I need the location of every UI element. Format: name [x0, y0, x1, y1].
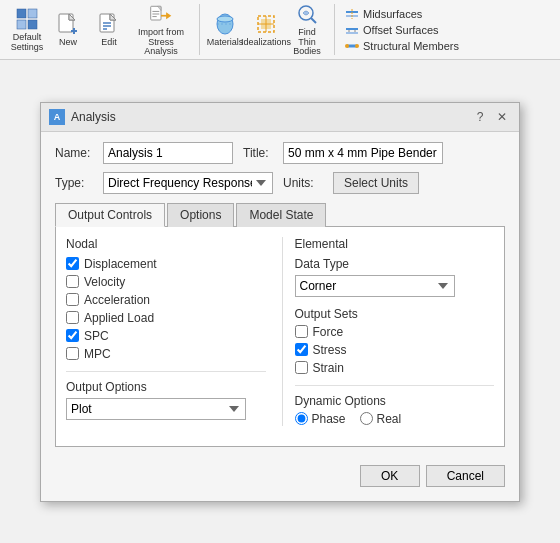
stress-checkbox[interactable] — [295, 343, 308, 356]
find-thin-bodies-icon — [295, 2, 319, 26]
spc-label[interactable]: SPC — [84, 329, 109, 343]
phase-radio-item: Phase — [295, 412, 346, 426]
dialog-close-button[interactable]: ✕ — [493, 108, 511, 126]
offset-surfaces-item[interactable]: Offset Surfaces — [345, 23, 459, 37]
midsurfaces-item[interactable]: Midsurfaces — [345, 7, 459, 21]
edit-button[interactable]: Edit — [90, 6, 128, 54]
toolbar-right: Midsurfaces Offset Surfaces Structural M… — [341, 7, 459, 53]
units-form-label: Units: — [283, 176, 323, 190]
name-input[interactable] — [103, 142, 233, 164]
strain-label[interactable]: Strain — [313, 361, 344, 375]
find-thin-bodies-button[interactable]: Find ThinBodies — [288, 6, 326, 54]
type-dropdown[interactable]: Direct Frequency Response — [103, 172, 273, 194]
nodal-title: Nodal — [66, 237, 266, 251]
nodal-section: Nodal Displacement Velocity Acceleration — [66, 237, 266, 426]
dialog-footer: OK Cancel — [41, 457, 519, 497]
displacement-label[interactable]: Displacement — [84, 257, 157, 271]
tab-content-output-controls: Nodal Displacement Velocity Acceleration — [55, 227, 505, 447]
real-radio-item: Real — [360, 412, 402, 426]
tab-columns: Nodal Displacement Velocity Acceleration — [66, 237, 494, 426]
import-stress-label: Import fromStress Analysis — [134, 28, 188, 58]
real-radio[interactable] — [360, 412, 373, 425]
data-type-label: Data Type — [295, 257, 495, 271]
dialog-help-button[interactable]: ? — [471, 108, 489, 126]
find-thin-bodies-label: Find ThinBodies — [291, 28, 323, 58]
svg-point-37 — [345, 44, 349, 48]
title-form-label: Title: — [243, 146, 273, 160]
analysis-dialog: A Analysis ? ✕ Name: Title: Type: Direct… — [40, 102, 520, 502]
acceleration-checkbox[interactable] — [66, 293, 79, 306]
acceleration-label[interactable]: Acceleration — [84, 293, 150, 307]
tab-output-controls[interactable]: Output Controls — [55, 203, 165, 227]
materials-icon — [213, 12, 237, 36]
edit-label: Edit — [101, 38, 117, 48]
svg-rect-2 — [17, 20, 26, 29]
svg-rect-1 — [28, 9, 37, 18]
displacement-row: Displacement — [66, 257, 266, 271]
stress-row: Stress — [295, 343, 495, 357]
velocity-label[interactable]: Velocity — [84, 275, 125, 289]
phase-radio[interactable] — [295, 412, 308, 425]
dynamic-options-section: Dynamic Options Phase Real — [295, 385, 495, 426]
type-form-label: Type: — [55, 176, 93, 190]
ok-button[interactable]: OK — [360, 465, 420, 487]
dialog-title-text: Analysis — [71, 110, 116, 124]
svg-rect-33 — [346, 32, 358, 34]
new-button[interactable]: New — [49, 6, 87, 54]
data-type-dropdown[interactable]: Corner Centroid — [295, 275, 455, 297]
tab-options[interactable]: Options — [167, 203, 234, 227]
idealizations-icon — [254, 12, 278, 36]
type-units-row: Type: Direct Frequency Response Units: S… — [55, 172, 505, 194]
structural-members-label: Structural Members — [363, 40, 459, 52]
dialog-title-icon: A — [49, 109, 65, 125]
mpc-checkbox[interactable] — [66, 347, 79, 360]
title-input[interactable] — [283, 142, 443, 164]
applied-load-label[interactable]: Applied Load — [84, 311, 154, 325]
strain-checkbox[interactable] — [295, 361, 308, 374]
import-stress-icon — [149, 2, 173, 26]
svg-point-38 — [355, 44, 359, 48]
force-checkbox[interactable] — [295, 325, 308, 338]
force-label[interactable]: Force — [313, 325, 344, 339]
svg-rect-3 — [28, 20, 37, 29]
output-options-label: Output Options — [66, 380, 266, 394]
stress-label[interactable]: Stress — [313, 343, 347, 357]
phase-label[interactable]: Phase — [312, 412, 346, 426]
midsurfaces-icon — [345, 7, 359, 21]
output-options-section: Output Options Plot Print Both — [66, 371, 266, 420]
displacement-checkbox[interactable] — [66, 257, 79, 270]
svg-rect-0 — [17, 9, 26, 18]
import-stress-button[interactable]: Import fromStress Analysis — [131, 6, 191, 54]
tabs-bar: Output Controls Options Model State — [55, 202, 505, 227]
cancel-button[interactable]: Cancel — [426, 465, 505, 487]
mpc-label[interactable]: MPC — [84, 347, 111, 361]
spc-checkbox[interactable] — [66, 329, 79, 342]
svg-point-21 — [217, 16, 233, 22]
applied-load-checkbox[interactable] — [66, 311, 79, 324]
tab-model-state[interactable]: Model State — [236, 203, 326, 227]
toolbar-group-1: Default Settings New — [8, 4, 200, 55]
output-options-dropdown[interactable]: Plot Print Both — [66, 398, 246, 420]
default-settings-label: Default Settings — [11, 33, 44, 53]
default-settings-icon — [15, 7, 39, 31]
toolbar-group-2: Materials Idealizations Fin — [206, 4, 335, 55]
structural-members-item[interactable]: Structural Members — [345, 39, 459, 53]
mpc-row: MPC — [66, 347, 266, 361]
materials-button[interactable]: Materials — [206, 6, 244, 54]
midsurfaces-label: Midsurfaces — [363, 8, 422, 20]
velocity-checkbox[interactable] — [66, 275, 79, 288]
idealizations-button[interactable]: Idealizations — [247, 6, 285, 54]
offset-surfaces-label: Offset Surfaces — [363, 24, 439, 36]
real-label[interactable]: Real — [377, 412, 402, 426]
strain-row: Strain — [295, 361, 495, 375]
spc-row: SPC — [66, 329, 266, 343]
new-label: New — [59, 38, 77, 48]
svg-line-28 — [311, 18, 316, 23]
new-icon — [56, 12, 80, 36]
default-settings-button[interactable]: Default Settings — [8, 6, 46, 54]
svg-rect-32 — [346, 28, 358, 30]
select-units-button[interactable]: Select Units — [333, 172, 419, 194]
dialog-body: Name: Title: Type: Direct Frequency Resp… — [41, 132, 519, 457]
acceleration-row: Acceleration — [66, 293, 266, 307]
toolbar: Default Settings New — [0, 0, 560, 60]
